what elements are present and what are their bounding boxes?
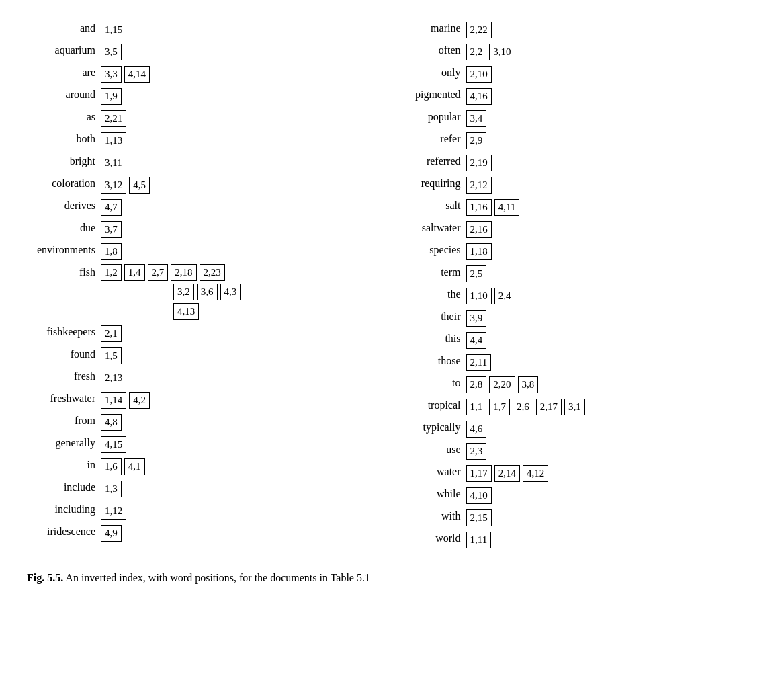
postings-list: 3,34,14	[101, 65, 150, 83]
index-word: fishkeepers	[27, 324, 101, 340]
postings-list: 1,12	[101, 501, 126, 520]
postings-list: 2,15	[466, 508, 492, 526]
posting-box: 1,11	[466, 532, 492, 548]
index-word: fresh	[27, 368, 101, 384]
posting-box: 3,2	[173, 284, 194, 300]
postings-list: 2,22	[466, 20, 492, 38]
index-entry: marine2,22	[392, 20, 758, 38]
postings-list: 2,5	[466, 264, 487, 282]
index-word: are	[27, 65, 101, 81]
index-entry: aquarium3,5	[27, 42, 392, 60]
index-entry: species1,18	[392, 242, 758, 260]
postings-list: 2,11	[466, 353, 492, 371]
index-entry: typically4,6	[392, 419, 758, 438]
postings-list: 4,4	[466, 331, 487, 349]
posting-box: 3,9	[466, 310, 487, 327]
index-entry: world1,11	[392, 530, 758, 548]
postings-list: 2,1	[101, 324, 122, 342]
postings-list: 3,4	[466, 109, 487, 127]
index-entry: the1,102,4	[392, 286, 758, 304]
postings-list: 2,12	[466, 175, 492, 194]
index-entry: those2,11	[392, 353, 758, 371]
posting-box: 1,17	[466, 465, 492, 482]
posting-box: 1,7	[489, 399, 510, 415]
index-entry: term2,5	[392, 264, 758, 282]
posting-box: 1,5	[101, 347, 122, 364]
index-entry: around1,9	[27, 87, 392, 105]
posting-box: 4,14	[124, 66, 150, 83]
index-word: and	[27, 20, 101, 36]
posting-box: 2,5	[466, 265, 487, 282]
posting-box: 2,15	[466, 509, 492, 526]
index-word: coloration	[27, 175, 101, 192]
posting-box: 4,13	[173, 303, 199, 320]
index-word: refer	[392, 131, 466, 147]
index-word: tropical	[392, 397, 466, 413]
posting-box: 4,9	[101, 525, 122, 542]
postings-list: 1,64,1	[101, 457, 145, 475]
postings-row: 3,23,64,3	[173, 284, 241, 300]
posting-box: 4,6	[466, 421, 487, 438]
index-entry: water1,172,144,12	[392, 464, 758, 482]
index-entry: bright3,11	[27, 153, 392, 171]
index-entry: popular3,4	[392, 109, 758, 127]
posting-box: 2,3	[466, 443, 487, 460]
posting-box: 1,3	[101, 481, 122, 497]
index-word: referred	[392, 153, 466, 169]
posting-box: 4,5	[129, 177, 150, 194]
postings-list: 3,124,5	[101, 175, 150, 194]
index-entry: iridescence4,9	[27, 524, 392, 542]
postings-list: 4,16	[466, 87, 492, 105]
index-word: including	[27, 501, 101, 518]
posting-box: 4,2	[129, 392, 150, 409]
index-entry: often2,23,10	[392, 42, 758, 60]
posting-box: 2,19	[466, 155, 492, 171]
posting-box: 2,12	[466, 177, 492, 194]
posting-box: 4,3	[220, 284, 241, 300]
posting-box: 2,6	[513, 399, 533, 415]
index-word: around	[27, 87, 101, 103]
index-entry: saltwater2,16	[392, 220, 758, 238]
index-word: often	[392, 42, 466, 58]
index-entry: to2,82,203,8	[392, 375, 758, 393]
posting-box: 1,12	[101, 503, 126, 520]
posting-box: 2,2	[466, 44, 487, 60]
postings-list: 4,10	[466, 486, 492, 504]
index-entry: freshwater1,144,2	[27, 390, 392, 409]
posting-box: 3,8	[518, 376, 539, 393]
index-word: iridescence	[27, 524, 101, 540]
index-entry: include1,3	[27, 479, 392, 497]
postings-row: 1,21,42,72,182,23	[101, 264, 241, 281]
index-word: typically	[392, 419, 466, 436]
index-entry: fishkeepers2,1	[27, 324, 392, 342]
posting-box: 1,16	[466, 199, 492, 216]
posting-box: 4,11	[494, 199, 520, 216]
index-entry: fresh2,13	[27, 368, 392, 386]
posting-box: 2,8	[466, 376, 487, 393]
index-entry: while4,10	[392, 486, 758, 504]
posting-box: 4,7	[101, 199, 122, 216]
posting-box: 4,12	[523, 465, 548, 482]
index-word: include	[27, 479, 101, 495]
posting-box: 3,10	[489, 44, 515, 60]
index-word: term	[392, 264, 466, 280]
posting-box: 1,10	[466, 288, 492, 304]
index-word: world	[392, 530, 466, 546]
index-word: found	[27, 346, 101, 362]
caption-text: An inverted index, with word positions, …	[63, 572, 370, 583]
index-word: with	[392, 508, 466, 524]
posting-box: 1,9	[101, 88, 122, 105]
posting-box: 2,10	[466, 66, 492, 83]
index-word: only	[392, 65, 466, 81]
posting-box: 4,8	[101, 414, 122, 431]
posting-box: 1,14	[101, 392, 126, 409]
posting-box: 2,21	[101, 110, 126, 127]
index-word: environments	[27, 242, 101, 258]
index-word: pigmented	[392, 87, 466, 103]
posting-box: 2,14	[494, 465, 520, 482]
postings-list: 2,9	[466, 131, 487, 149]
postings-list: 3,11	[101, 153, 126, 171]
posting-box: 4,10	[466, 487, 492, 504]
index-word: while	[392, 486, 466, 502]
index-word: bright	[27, 153, 101, 169]
